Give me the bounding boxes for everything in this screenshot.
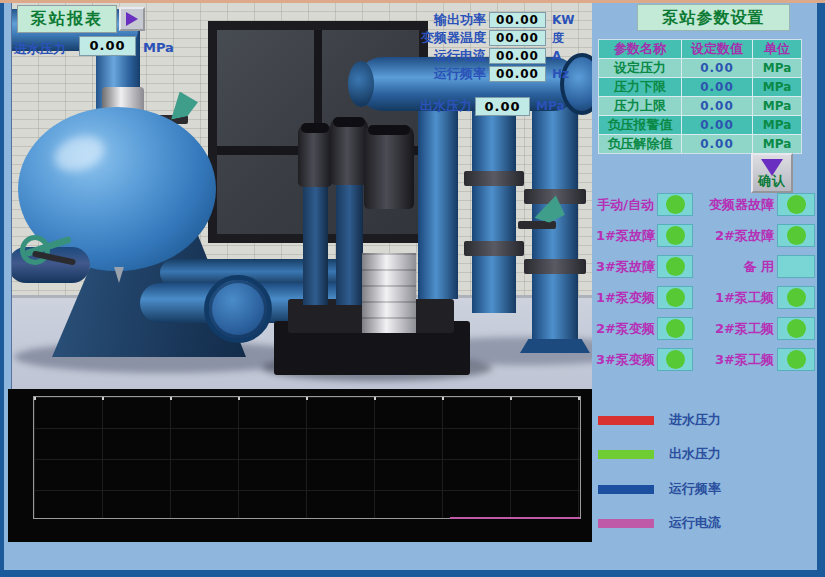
pump-motor-2	[330, 117, 368, 185]
setting-value[interactable]: 0.00	[682, 135, 752, 153]
legend-label: 运行频率	[669, 480, 721, 498]
outlet-pressure-unit: MPa	[536, 99, 565, 113]
settings-col-header: 单位	[753, 40, 801, 58]
readout-row: 运行频率 00.00 Hz	[376, 65, 575, 83]
setting-value[interactable]: 0.00	[682, 116, 752, 134]
discharge-riser-2	[472, 101, 516, 313]
legend-item: 出水压力	[598, 446, 721, 462]
readout-unit: Hz	[552, 67, 569, 81]
status-lamp-box	[657, 348, 693, 371]
readout-row: 输出功率 00.00 KW	[376, 11, 575, 29]
setting-name: 压力下限	[599, 78, 681, 96]
status-lamp-box	[657, 224, 693, 247]
setting-value[interactable]: 0.00	[682, 59, 752, 77]
setting-unit: MPa	[753, 97, 801, 115]
status-lamp-box	[777, 255, 815, 278]
pump-motor-1	[298, 123, 332, 187]
outlet-pressure-row: 出水压力 0.00 MPa	[376, 96, 565, 116]
pump-station-hmi-screen: 泵站报表 进水压力 0.00 MPa 输出功率 00.00 KW 变频器温度 0…	[0, 0, 825, 577]
play-icon	[126, 12, 138, 26]
setting-name: 负压解除值	[599, 135, 681, 153]
frame-bottom	[0, 570, 825, 577]
report-arrow-button[interactable]	[119, 7, 145, 31]
setting-name: 压力上限	[599, 97, 681, 115]
readout-value: 00.00	[489, 12, 546, 28]
inlet-pressure-unit: MPa	[143, 40, 174, 55]
status-lamp	[666, 350, 685, 369]
status-lamp-box	[777, 317, 815, 340]
pump-barrel-stainless	[362, 253, 416, 333]
frame-left	[0, 3, 4, 577]
legend-color-bar	[598, 416, 654, 425]
status-lamp	[666, 319, 685, 338]
legend-label: 运行电流	[669, 514, 721, 532]
readout-value: 00.00	[489, 48, 546, 64]
inlet-pressure-value: 0.00	[79, 36, 136, 56]
status-lamp	[787, 319, 806, 338]
riser-foot	[520, 339, 590, 353]
setting-unit: MPa	[753, 78, 801, 96]
readout-row: 变频器温度 00.00 度	[376, 29, 575, 47]
status-label: 1#泵工频	[696, 289, 774, 307]
discharge-riser-1	[418, 97, 458, 299]
confirm-button-label: 确认	[753, 172, 791, 190]
setting-unit: MPa	[753, 116, 801, 134]
settings-table: 参数名称 设定数值 单位 设定压力0.00MPa压力下限0.00MPa压力上限0…	[598, 39, 802, 154]
settings-panel-title: 泵站参数设置	[637, 4, 790, 31]
status-label: 3#泵变频	[596, 351, 654, 369]
pump-motor-3	[364, 125, 414, 209]
setting-unit: MPa	[753, 135, 801, 153]
frame-right	[817, 3, 825, 577]
status-lamp	[666, 226, 685, 245]
readout-unit: KW	[552, 13, 575, 27]
legend-label: 出水压力	[669, 445, 721, 463]
status-label: 3#泵工频	[696, 351, 774, 369]
readout-unit: A	[552, 49, 561, 63]
pump-column-2	[336, 183, 363, 305]
status-label: 1#泵故障	[596, 227, 654, 245]
valve-stem	[518, 221, 556, 229]
status-lamp-box	[777, 348, 815, 371]
setting-value[interactable]: 0.00	[682, 97, 752, 115]
legend-color-bar	[598, 450, 654, 459]
status-lamp-box	[657, 317, 693, 340]
legend-item: 进水压力	[598, 412, 721, 428]
trend-plot-area	[33, 396, 581, 519]
outlet-pressure-value: 0.00	[475, 97, 530, 116]
legend-color-bar	[598, 485, 654, 494]
axis-ticks	[34, 397, 580, 400]
status-lamp-box	[777, 286, 815, 309]
report-button[interactable]: 泵站报表	[17, 5, 117, 33]
status-label: 1#泵变频	[596, 289, 654, 307]
setting-unit: MPa	[753, 59, 801, 77]
readout-list: 输出功率 00.00 KW 变频器温度 00.00 度 运行电流 00.00 A…	[376, 11, 575, 83]
readout-value: 00.00	[489, 66, 546, 82]
status-lamp-box	[657, 286, 693, 309]
status-label: 3#泵故障	[596, 258, 654, 276]
legend-item: 运行频率	[598, 481, 721, 497]
inlet-pressure-label: 进水压力	[14, 40, 66, 58]
status-lamp	[666, 288, 685, 307]
status-lamp	[787, 288, 806, 307]
status-lamp-box	[657, 255, 693, 278]
readout-label: 运行频率	[376, 65, 486, 83]
status-indicator-grid: 手动/自动 变频器故障 1#泵故障 2#泵故障 3#泵故障 备 用 1#泵变频 …	[596, 192, 815, 372]
status-lamp	[787, 226, 806, 245]
flange-collar	[524, 259, 586, 274]
status-lamp	[666, 257, 685, 276]
status-label: 2#泵变频	[596, 320, 654, 338]
legend-item: 运行电流	[598, 515, 721, 531]
blind-flange	[204, 275, 272, 343]
manifold-left-cap	[348, 61, 374, 107]
legend-color-bar	[598, 519, 654, 528]
setting-value[interactable]: 0.00	[682, 78, 752, 96]
readout-label: 输出功率	[376, 11, 486, 29]
status-lamp-box	[777, 224, 815, 247]
flange-collar	[464, 171, 524, 186]
setting-name: 负压报警值	[599, 116, 681, 134]
legend-label: 进水压力	[669, 411, 721, 429]
status-label: 变频器故障	[696, 196, 774, 214]
settings-col-header: 设定数值	[682, 40, 752, 58]
trend-chart	[8, 389, 592, 542]
confirm-button[interactable]: 确认	[751, 153, 793, 193]
